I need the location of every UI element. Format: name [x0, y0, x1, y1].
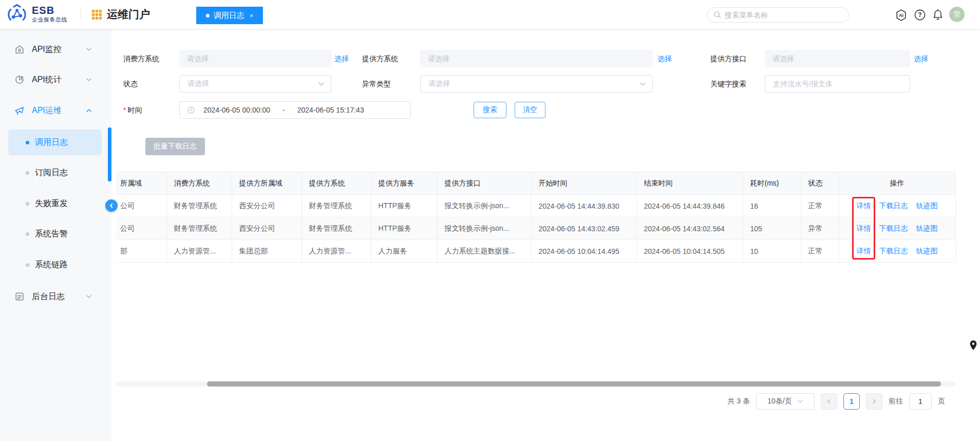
keyword-input[interactable]	[765, 75, 910, 93]
provider-system-label: 提供方系统	[362, 54, 398, 64]
provider-system-select-link[interactable]: 选择	[657, 54, 672, 64]
cell-provider-api: 人力系统主题数据接...	[437, 240, 531, 263]
cell-provider-service: HTTP服务	[371, 195, 437, 217]
search-icon	[713, 11, 722, 19]
action-detail-link[interactable]: 详情	[857, 201, 871, 210]
action-trace-link[interactable]: 轨迹图	[916, 201, 938, 210]
portal-home[interactable]: 运维门户	[91, 7, 150, 22]
brand-subtitle: 企业服务总线	[32, 16, 67, 24]
chevron-down-icon	[86, 77, 92, 83]
cell-cost: 16	[743, 195, 801, 217]
bullet-dot-icon	[26, 171, 29, 175]
required-mark: *	[123, 106, 126, 114]
bell-icon[interactable]	[932, 9, 944, 21]
page-size-select[interactable]: 10条/页	[756, 393, 815, 410]
bullet-dot-icon	[26, 202, 29, 206]
consumer-system-input[interactable]	[179, 50, 331, 67]
consumer-system-label: 消费方系统	[123, 54, 159, 64]
chevron-left-icon	[826, 398, 832, 405]
goto-page-input[interactable]	[909, 393, 932, 410]
batch-download-button[interactable]: 批量下载日志	[145, 138, 205, 155]
cell-end-time: 2024-06-05 14:44:39.846	[636, 195, 743, 217]
column-header: 消费方系统	[166, 172, 232, 195]
column-header: 结束时间	[636, 172, 743, 195]
sidebar-item-label: 后台日志	[32, 291, 65, 302]
keyword-label: 关键字搜索	[710, 80, 746, 89]
map-pin-icon[interactable]	[969, 339, 978, 352]
cell-consumer-system: 人力资源管...	[166, 240, 232, 263]
exception-type-select[interactable]: 请选择	[420, 75, 653, 93]
sidebar-scrollbar-thumb[interactable]	[108, 127, 111, 181]
cell-provider-system: 人力资源管...	[301, 240, 371, 263]
cell-actions: 详情下载日志轨迹图	[839, 195, 955, 217]
table-header-row: 所属域 消费方系统 提供方所属域 提供方系统 提供方服务 提供方接口 开始时间 …	[116, 172, 955, 195]
sidebar-item-api-ops[interactable]: API运维	[0, 99, 111, 122]
sidebar-item-fail-retry[interactable]: 失败重发	[0, 192, 111, 215]
time-end-value: 2024-06-05 15:17:43	[297, 106, 364, 114]
clock-icon	[187, 106, 195, 114]
status-select[interactable]: 请选择	[179, 75, 331, 93]
provider-api-input[interactable]	[765, 50, 910, 67]
time-separator: -	[282, 106, 285, 114]
cell-domain: 公司	[116, 195, 166, 217]
provider-api-label: 提供方接口	[710, 54, 746, 64]
horizontal-scrollbar-thumb[interactable]	[207, 381, 941, 387]
consumer-system-select-link[interactable]: 选择	[334, 54, 349, 64]
table-row: 部 人力资源管... 集团总部 人力资源管... 人力服务 人力系统主题数据接.…	[116, 240, 955, 263]
sidebar-item-subscribe-log[interactable]: 订阅日志	[0, 161, 111, 184]
cell-status: 正常	[801, 195, 839, 217]
column-header: 提供方接口	[437, 172, 531, 195]
sidebar-item-system-alert[interactable]: 系统告警	[0, 223, 111, 245]
action-detail-link[interactable]: 详情	[857, 247, 871, 255]
tab-close-icon[interactable]: ×	[250, 12, 254, 20]
home-icon	[14, 44, 25, 54]
provider-system-input[interactable]	[420, 50, 653, 67]
sidebar-item-call-log[interactable]: 调用日志	[8, 130, 102, 155]
page-number-button[interactable]: 1	[843, 393, 860, 410]
action-trace-link[interactable]: 轨迹图	[916, 224, 938, 232]
sidebar-collapse-button[interactable]	[105, 199, 118, 212]
sidebar-item-label: API统计	[32, 75, 62, 85]
clear-button[interactable]: 清空	[515, 102, 545, 118]
action-download-log-link[interactable]: 下载日志	[879, 247, 908, 255]
action-trace-link[interactable]: 轨迹图	[916, 247, 938, 255]
time-range-picker[interactable]: 2024-06-05 00:00:00 - 2024-06-05 15:17:4…	[179, 101, 411, 119]
status-label: 状态	[123, 80, 138, 89]
action-download-log-link[interactable]: 下载日志	[879, 201, 908, 210]
ai-assistant-icon[interactable]: AI	[895, 9, 908, 22]
next-page-button[interactable]	[866, 393, 882, 410]
sidebar-item-label: API监控	[32, 44, 62, 55]
provider-api-select-link[interactable]: 选择	[914, 54, 928, 64]
action-detail-link[interactable]: 详情	[857, 224, 871, 232]
chevron-down-icon	[797, 398, 803, 405]
cell-consumer-system: 财务管理系统	[166, 195, 232, 217]
column-header: 所属域	[116, 172, 166, 195]
sidebar-item-api-monitor[interactable]: API监控	[0, 38, 111, 61]
column-header: 提供方系统	[301, 172, 371, 195]
time-start-value: 2024-06-05 00:00:00	[203, 106, 270, 114]
action-download-log-link[interactable]: 下载日志	[879, 224, 908, 232]
cell-start-time: 2024-06-05 14:43:02.459	[531, 217, 636, 240]
menu-search-input[interactable]	[725, 11, 842, 19]
avatar[interactable]: 管	[949, 7, 965, 22]
sidebar-item-api-stats[interactable]: API统计	[0, 68, 111, 91]
column-header: 提供方服务	[371, 172, 437, 195]
pagination: 共 3 条 10条/页 1 前往 页	[116, 393, 955, 410]
log-file-icon	[14, 291, 25, 302]
prev-page-button[interactable]	[821, 393, 837, 410]
help-icon[interactable]: ?	[914, 9, 926, 21]
cell-provider-service: 人力服务	[371, 240, 437, 263]
goto-unit-label: 页	[938, 397, 945, 406]
column-header: 开始时间	[531, 172, 636, 195]
brand-title: ESB	[32, 5, 67, 16]
sidebar-item-system-link[interactable]: 系统链路	[0, 253, 111, 276]
cell-end-time: 2024-06-05 14:43:02.564	[636, 217, 743, 240]
sidebar-item-backend-log[interactable]: 后台日志	[0, 285, 111, 308]
ai-badge-text: AI	[899, 13, 903, 18]
menu-search-box[interactable]	[707, 7, 849, 23]
search-button[interactable]: 搜索	[474, 102, 506, 118]
cell-cost: 105	[743, 217, 801, 240]
page-size-value: 10条/页	[767, 397, 791, 406]
bullet-dot-icon	[26, 141, 29, 144]
tab-call-log[interactable]: 调用日志 ×	[196, 7, 263, 24]
